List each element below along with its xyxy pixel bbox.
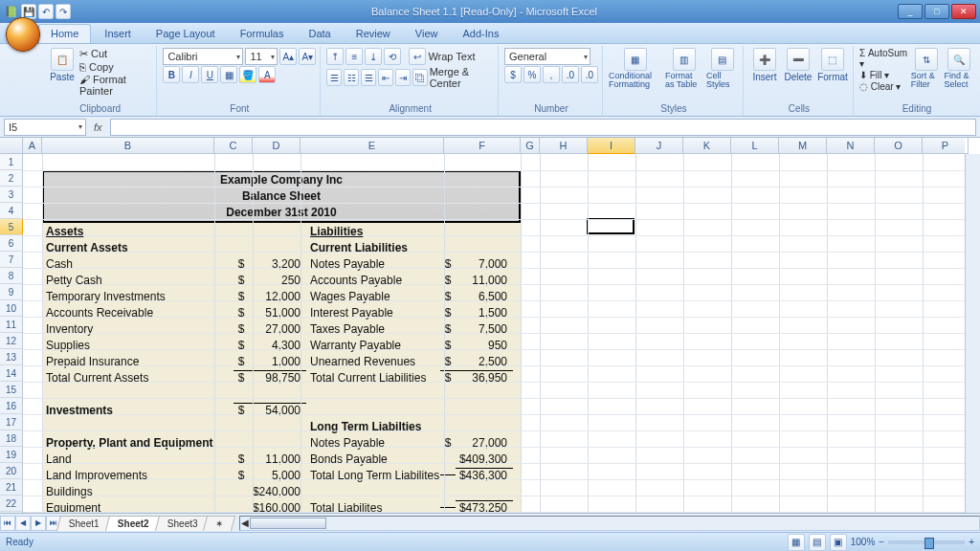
col-header-J[interactable]: J xyxy=(635,138,683,154)
tab-review[interactable]: Review xyxy=(345,25,402,43)
view-normal-icon[interactable]: ▦ xyxy=(788,534,805,551)
grow-font-button[interactable]: A▴ xyxy=(279,48,297,65)
tab-addins[interactable]: Add-Ins xyxy=(451,25,510,43)
qat-undo-icon[interactable]: ↶ xyxy=(38,4,54,19)
row-header-17[interactable]: 17 xyxy=(0,414,23,430)
col-header-K[interactable]: K xyxy=(683,138,731,154)
sheet-tab-1[interactable]: Sheet1 xyxy=(56,516,112,531)
view-layout-icon[interactable]: ▤ xyxy=(809,534,826,551)
find-select-button[interactable]: 🔍Find & Select xyxy=(944,48,974,89)
col-header-H[interactable]: H xyxy=(540,138,588,154)
col-header-G[interactable]: G xyxy=(521,138,540,154)
col-header-M[interactable]: M xyxy=(779,138,827,154)
tab-page-layout[interactable]: Page Layout xyxy=(145,25,227,43)
shrink-font-button[interactable]: A▾ xyxy=(299,48,316,65)
selected-cell[interactable] xyxy=(587,218,635,234)
formula-input[interactable] xyxy=(110,119,976,136)
row-header-10[interactable]: 10 xyxy=(0,300,23,317)
tab-data[interactable]: Data xyxy=(297,25,342,43)
zoom-slider[interactable] xyxy=(888,540,965,544)
align-bottom-button[interactable]: ⤓ xyxy=(365,48,382,65)
zoom-out-button[interactable]: − xyxy=(879,537,884,547)
bs-cell[interactable] xyxy=(440,474,456,475)
office-orb-button[interactable] xyxy=(6,17,40,52)
row-header-13[interactable]: 13 xyxy=(0,349,23,365)
paste-button[interactable]: 📋Paste xyxy=(48,48,77,82)
col-header-E[interactable]: E xyxy=(301,138,444,154)
row-header-8[interactable]: 8 xyxy=(0,268,23,284)
sort-filter-button[interactable]: ⇅Sort & Filter xyxy=(911,48,942,89)
col-header-I[interactable]: I xyxy=(588,138,635,154)
align-right-button[interactable]: ☰ xyxy=(361,69,376,86)
row-header-19[interactable]: 19 xyxy=(0,447,23,463)
col-header-N[interactable]: N xyxy=(827,138,875,154)
align-top-button[interactable]: ⤒ xyxy=(326,48,344,65)
font-size-combo[interactable]: 11 xyxy=(245,48,278,65)
row-header-22[interactable]: 22 xyxy=(0,496,23,512)
row-header-2[interactable]: 2 xyxy=(0,170,23,187)
cut-button[interactable]: ✂ Cut xyxy=(79,48,152,60)
orientation-button[interactable]: ⟲ xyxy=(384,48,401,65)
row-header-11[interactable]: 11 xyxy=(0,317,23,333)
row-header-21[interactable]: 21 xyxy=(0,479,23,496)
copy-button[interactable]: ⎘ Copy xyxy=(79,61,152,73)
inc-decimal-button[interactable]: .0 xyxy=(562,66,579,83)
accounting-button[interactable]: $ xyxy=(504,66,522,83)
col-header-L[interactable]: L xyxy=(731,138,779,154)
insert-cells-button[interactable]: ➕Insert xyxy=(749,48,780,82)
clear-button[interactable]: ◌ Clear ▾ xyxy=(859,81,908,92)
conditional-formatting-button[interactable]: ▦Conditional Formatting xyxy=(609,48,662,89)
qat-redo-icon[interactable]: ↷ xyxy=(56,4,71,19)
tab-formulas[interactable]: Formulas xyxy=(229,25,296,43)
close-button[interactable]: ✕ xyxy=(951,4,976,19)
row-header-14[interactable]: 14 xyxy=(0,365,23,382)
indent-dec-button[interactable]: ⇤ xyxy=(378,69,393,86)
col-header-C[interactable]: C xyxy=(214,138,253,154)
fill-color-button[interactable]: 🪣 xyxy=(239,66,256,83)
row-header-1[interactable]: 1 xyxy=(0,154,23,170)
row-header-5[interactable]: 5 xyxy=(0,219,23,235)
vertical-scrollbar[interactable] xyxy=(965,154,980,513)
row-header-20[interactable]: 20 xyxy=(0,463,23,479)
row-header-18[interactable]: 18 xyxy=(0,430,23,447)
col-header-D[interactable]: D xyxy=(253,138,301,154)
view-break-icon[interactable]: ▣ xyxy=(830,534,847,551)
align-middle-button[interactable]: ≡ xyxy=(345,48,363,65)
select-all-corner[interactable] xyxy=(0,138,23,154)
sheet-tab-2[interactable]: Sheet2 xyxy=(105,516,162,531)
comma-button[interactable]: , xyxy=(543,66,560,83)
worksheet-grid[interactable]: ABCDEFGHIJKLMNOP 12345678910111213141516… xyxy=(0,138,980,513)
border-button[interactable]: ▦ xyxy=(220,66,237,83)
row-header-7[interactable]: 7 xyxy=(0,252,23,268)
align-center-button[interactable]: ☷ xyxy=(344,69,359,86)
wrap-text-button[interactable]: ↩ xyxy=(409,48,426,65)
fx-icon[interactable]: fx xyxy=(90,121,106,133)
tab-nav-next[interactable]: ▶ xyxy=(31,516,46,531)
tab-insert[interactable]: Insert xyxy=(93,25,143,43)
tab-home[interactable]: Home xyxy=(38,24,91,43)
font-name-combo[interactable]: Calibri xyxy=(163,48,243,65)
tab-nav-prev[interactable]: ◀ xyxy=(15,516,31,531)
row-header-3[interactable]: 3 xyxy=(0,187,23,203)
format-cells-button[interactable]: ⬚Format xyxy=(816,48,849,82)
autosum-button[interactable]: Σ AutoSum ▾ xyxy=(859,48,908,69)
cell-styles-button[interactable]: ▤Cell Styles xyxy=(706,48,739,89)
col-header-F[interactable]: F xyxy=(444,138,521,154)
minimize-button[interactable]: _ xyxy=(898,4,923,19)
format-as-table-button[interactable]: ▥Format as Table xyxy=(665,48,703,89)
row-header-12[interactable]: 12 xyxy=(0,333,23,349)
row-header-6[interactable]: 6 xyxy=(0,235,23,252)
zoom-in-button[interactable]: + xyxy=(969,537,974,547)
name-box[interactable]: I5 xyxy=(4,119,86,136)
row-header-16[interactable]: 16 xyxy=(0,398,23,414)
indent-inc-button[interactable]: ⇥ xyxy=(395,69,411,86)
fill-button[interactable]: ⬇ Fill ▾ xyxy=(859,70,908,80)
row-header-4[interactable]: 4 xyxy=(0,203,23,219)
col-header-A[interactable]: A xyxy=(23,138,42,154)
tab-view[interactable]: View xyxy=(404,25,450,43)
format-painter-button[interactable]: 🖌 Format Painter xyxy=(79,74,152,97)
row-header-15[interactable]: 15 xyxy=(0,382,23,398)
percent-button[interactable]: % xyxy=(523,66,541,83)
row-header-9[interactable]: 9 xyxy=(0,284,23,300)
maximize-button[interactable]: □ xyxy=(924,4,949,19)
